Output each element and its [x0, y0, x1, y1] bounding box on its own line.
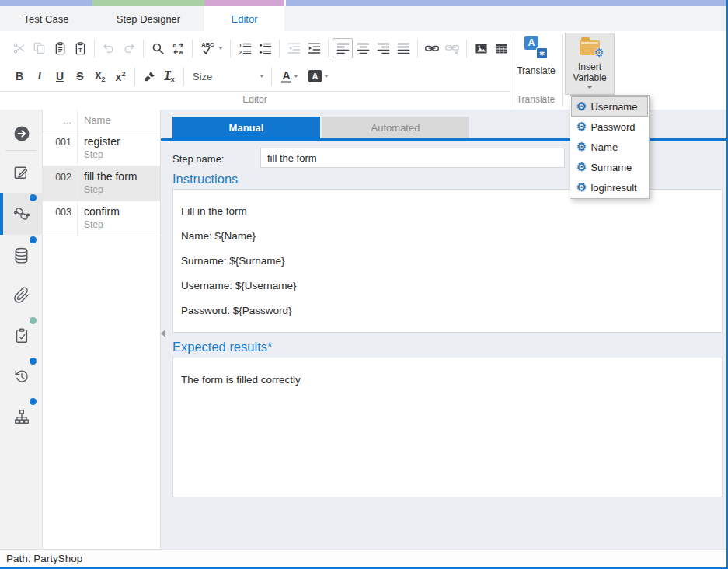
menu-item-surname[interactable]: ⚙Surname [571, 157, 648, 177]
column-header-name: Name [78, 114, 111, 126]
sidebar-item-review[interactable] [0, 316, 43, 356]
bold-button[interactable]: B [9, 66, 30, 86]
replace-button[interactable]: ba [168, 38, 188, 58]
justify-icon [396, 41, 411, 56]
translate-button[interactable]: A ✱ Translate [512, 34, 560, 90]
increase-indent-button[interactable] [304, 38, 324, 58]
editor-group-divider [0, 91, 510, 92]
menu-item-password[interactable]: ⚙Password [571, 117, 648, 137]
remove-format-button[interactable]: Tx [159, 66, 179, 86]
tab-step-designer[interactable]: Step Designer [92, 6, 204, 31]
sidebar-item-hierarchy[interactable] [0, 396, 43, 437]
notification-badge-teal [30, 317, 37, 324]
step-type: Step [84, 149, 120, 160]
step-number: 003 [43, 201, 78, 236]
sidebar-item-data[interactable] [0, 235, 43, 275]
strikethrough-icon: S [76, 71, 83, 82]
cut-icon [12, 41, 26, 55]
app-window: Test Case Step Designer Editor T [0, 0, 728, 569]
subscript-button[interactable]: x2 [90, 66, 110, 86]
format-painter-button[interactable] [139, 66, 159, 86]
translate-group-label: Translate [510, 94, 562, 105]
insert-variable-menu: ⚙Username ⚙Password ⚙Name ⚙Surname ⚙logi… [570, 95, 650, 199]
justify-button[interactable] [393, 38, 413, 58]
step-row-001[interactable]: 001 registerStep [43, 131, 160, 166]
tab-test-case[interactable]: Test Case [0, 6, 92, 31]
paste-button[interactable] [50, 38, 70, 58]
instructions-line: Username: ${Username} [181, 274, 714, 298]
superscript-button[interactable]: x2 [110, 66, 131, 86]
edit-icon [12, 164, 30, 182]
sidebar-item-history[interactable] [0, 356, 43, 396]
tab-automated[interactable]: Automated [322, 117, 469, 138]
align-left-button[interactable] [333, 38, 353, 58]
italic-button[interactable]: I [30, 66, 50, 86]
sidebar-divider [5, 150, 37, 151]
background-color-button[interactable]: A [304, 66, 333, 86]
ribbon-tab-bar: Test Case Step Designer Editor [0, 6, 726, 31]
cut-button[interactable] [9, 38, 30, 58]
translate-button-label: Translate [517, 65, 556, 76]
editor-tab-strip [204, 0, 284, 6]
spellcheck-button[interactable]: ABC [197, 38, 226, 58]
numbered-list-button[interactable]: 12 [235, 38, 255, 58]
undo-icon [102, 41, 116, 55]
copy-button[interactable] [30, 38, 50, 58]
paste-as-text-button[interactable]: T [70, 38, 90, 58]
menu-item-label: Username [590, 101, 637, 113]
align-center-button[interactable] [353, 38, 373, 58]
superscript-mark: 2 [121, 70, 125, 78]
superscript-icon: x2 [116, 71, 126, 82]
tab-editor[interactable]: Editor [204, 6, 284, 31]
collapse-sidebar-button[interactable] [0, 122, 43, 145]
subscript-icon: x2 [96, 69, 106, 83]
menu-item-name[interactable]: ⚙Name [571, 137, 648, 157]
chevron-down-icon [324, 75, 329, 78]
unlink-icon [444, 40, 460, 56]
font-size-dropdown[interactable]: Size [188, 67, 267, 86]
svg-text:b: b [172, 42, 176, 49]
notification-badge [30, 194, 37, 201]
redo-icon [122, 41, 136, 55]
collapse-panel-handle[interactable] [161, 330, 165, 337]
sidebar-item-attachments[interactable] [0, 275, 43, 316]
redo-button[interactable] [119, 38, 139, 58]
svg-text:a: a [179, 48, 183, 55]
step-type: Step [84, 219, 120, 230]
step-name-input[interactable] [260, 148, 565, 168]
instructions-editor[interactable]: Fill in the form Name: ${Name} Surname: … [172, 189, 723, 333]
remove-link-button[interactable] [442, 38, 462, 58]
step-name: fill the form [84, 170, 137, 183]
insert-image-button[interactable] [471, 38, 491, 58]
toolbar-separator [230, 40, 231, 58]
step-row-003[interactable]: 003 confirmStep [43, 201, 160, 236]
insert-table-button[interactable] [491, 38, 511, 58]
menu-item-username[interactable]: ⚙Username [571, 96, 648, 117]
undo-button[interactable] [99, 38, 119, 58]
step-number: 001 [43, 131, 78, 166]
insert-variable-button[interactable]: ⚙ Insert Variable [565, 33, 615, 95]
step-row-002[interactable]: 002 fill the formStep [43, 166, 160, 201]
svg-text:T: T [78, 47, 82, 54]
bulleted-list-button[interactable] [255, 38, 275, 58]
sidebar-item-edit[interactable] [0, 152, 43, 193]
strikethrough-button[interactable]: S [70, 66, 90, 86]
sidebar-item-steps[interactable] [0, 193, 43, 235]
menu-item-label: loginresult [590, 182, 636, 194]
align-right-button[interactable] [373, 38, 393, 58]
menu-item-loginresult[interactable]: ⚙loginresult [571, 177, 648, 197]
toolbar-separator [328, 40, 329, 58]
expected-results-editor[interactable]: The form is filled correctly [172, 358, 723, 497]
tab-manual[interactable]: Manual [172, 117, 320, 138]
find-button[interactable] [148, 38, 168, 58]
ribbon-row-1: T ba ABC 12 [9, 38, 511, 58]
ribbon-row-2: B I U S x2 x2 Tx Size A A [9, 65, 333, 87]
bulleted-list-icon [258, 41, 273, 56]
paperclip-icon [13, 287, 30, 304]
insert-link-button[interactable] [422, 38, 442, 58]
toolbar-separator [134, 68, 135, 86]
decrease-indent-button[interactable] [284, 38, 304, 58]
text-color-button[interactable]: A [276, 66, 304, 86]
column-header-number: ... [43, 110, 78, 131]
underline-button[interactable]: U [50, 66, 70, 86]
